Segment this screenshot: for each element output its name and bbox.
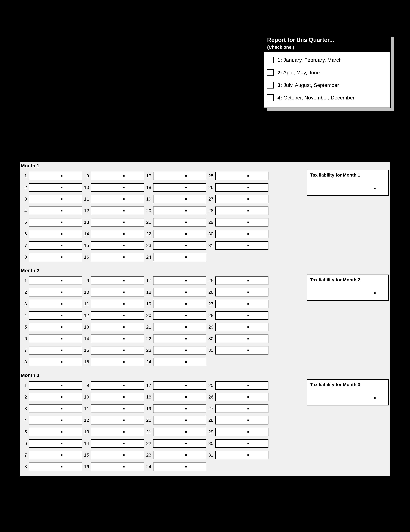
day-amount-input-m1-d29[interactable] xyxy=(215,218,268,227)
day-amount-input-m1-d6[interactable] xyxy=(29,230,82,238)
day-amount-input-m3-d18[interactable] xyxy=(153,393,206,401)
month-3-total-box[interactable]: Tax liability for Month 3 xyxy=(307,379,389,405)
day-amount-input-m1-d10[interactable] xyxy=(91,183,144,192)
day-amount-input-m3-d16[interactable] xyxy=(91,463,144,471)
day-amount-input-m1-d3[interactable] xyxy=(29,195,82,203)
quarter-checkbox-3[interactable] xyxy=(267,82,273,88)
day-amount-input-m2-d22[interactable] xyxy=(153,334,206,343)
day-amount-input-m2-d20[interactable] xyxy=(153,311,206,320)
day-amount-input-m3-d31[interactable] xyxy=(215,451,268,459)
day-amount-input-m3-d21[interactable] xyxy=(153,428,206,436)
day-amount-input-m3-d5[interactable] xyxy=(29,428,82,436)
day-amount-input-m1-d22[interactable] xyxy=(153,230,206,238)
quarter-checkbox-4[interactable] xyxy=(267,94,273,101)
quarter-option-1[interactable]: 1: January, February, March xyxy=(267,54,387,66)
day-amount-input-m3-d9[interactable] xyxy=(91,381,144,390)
day-amount-input-m3-d22[interactable] xyxy=(153,439,206,448)
day-amount-input-m3-d7[interactable] xyxy=(29,451,82,459)
day-amount-input-m3-d14[interactable] xyxy=(91,439,144,448)
day-amount-input-m2-d16[interactable] xyxy=(91,358,144,366)
day-amount-input-m3-d1[interactable] xyxy=(29,381,82,390)
day-amount-input-m2-d7[interactable] xyxy=(29,346,82,354)
day-amount-input-m3-d11[interactable] xyxy=(91,405,144,413)
quarter-checkbox-2[interactable] xyxy=(267,69,273,76)
day-amount-input-m2-d28[interactable] xyxy=(215,311,268,320)
day-amount-input-m1-d31[interactable] xyxy=(215,241,268,250)
day-amount-input-m2-d23[interactable] xyxy=(153,346,206,354)
day-amount-input-m2-d15[interactable] xyxy=(91,346,144,354)
day-amount-input-m1-d16[interactable] xyxy=(91,253,144,261)
day-amount-input-m1-d20[interactable] xyxy=(153,207,206,215)
day-amount-input-m1-d7[interactable] xyxy=(29,241,82,250)
quarter-checkbox-1[interactable] xyxy=(267,57,273,63)
day-amount-input-m1-d13[interactable] xyxy=(91,218,144,227)
day-amount-input-m2-d9[interactable] xyxy=(91,276,144,285)
day-amount-input-m3-d19[interactable] xyxy=(153,405,206,413)
day-amount-input-m2-d13[interactable] xyxy=(91,323,144,331)
day-amount-input-m3-d3[interactable] xyxy=(29,405,82,413)
month-1-total-box[interactable]: Tax liability for Month 1 xyxy=(307,170,389,196)
day-amount-input-m2-d10[interactable] xyxy=(91,288,144,296)
day-amount-input-m2-d18[interactable] xyxy=(153,288,206,296)
day-amount-input-m3-d26[interactable] xyxy=(215,393,268,401)
day-amount-input-m3-d25[interactable] xyxy=(215,381,268,390)
day-amount-input-m2-d11[interactable] xyxy=(91,300,144,308)
day-amount-input-m1-d17[interactable] xyxy=(153,172,206,180)
month-2-total-box[interactable]: Tax liability for Month 2 xyxy=(307,275,389,301)
day-amount-input-m1-d5[interactable] xyxy=(29,218,82,227)
day-amount-input-m2-d2[interactable] xyxy=(29,288,82,296)
day-amount-input-m3-d13[interactable] xyxy=(91,428,144,436)
day-amount-input-m3-d27[interactable] xyxy=(215,405,268,413)
day-amount-input-m1-d9[interactable] xyxy=(91,172,144,180)
day-amount-input-m1-d18[interactable] xyxy=(153,183,206,192)
day-amount-input-m1-d21[interactable] xyxy=(153,218,206,227)
day-amount-input-m3-d15[interactable] xyxy=(91,451,144,459)
day-amount-input-m1-d24[interactable] xyxy=(153,253,206,261)
quarter-option-4[interactable]: 4: October, November, December xyxy=(267,91,387,104)
day-amount-input-m2-d14[interactable] xyxy=(91,334,144,343)
day-amount-input-m2-d26[interactable] xyxy=(215,288,268,296)
day-amount-input-m2-d30[interactable] xyxy=(215,334,268,343)
day-amount-input-m2-d24[interactable] xyxy=(153,358,206,366)
day-amount-input-m2-d5[interactable] xyxy=(29,323,82,331)
day-amount-input-m2-d27[interactable] xyxy=(215,300,268,308)
day-amount-input-m1-d28[interactable] xyxy=(215,207,268,215)
day-amount-input-m2-d21[interactable] xyxy=(153,323,206,331)
day-amount-input-m1-d27[interactable] xyxy=(215,195,268,203)
day-amount-input-m3-d6[interactable] xyxy=(29,439,82,448)
day-amount-input-m3-d23[interactable] xyxy=(153,451,206,459)
day-amount-input-m2-d6[interactable] xyxy=(29,334,82,343)
quarter-option-2[interactable]: 2: April, May, June xyxy=(267,66,387,79)
day-amount-input-m2-d1[interactable] xyxy=(29,276,82,285)
day-amount-input-m3-d12[interactable] xyxy=(91,416,144,425)
day-amount-input-m3-d10[interactable] xyxy=(91,393,144,401)
day-amount-input-m2-d31[interactable] xyxy=(215,346,268,354)
day-amount-input-m2-d12[interactable] xyxy=(91,311,144,320)
day-amount-input-m3-d20[interactable] xyxy=(153,416,206,425)
day-amount-input-m3-d28[interactable] xyxy=(215,416,268,425)
day-amount-input-m1-d1[interactable] xyxy=(29,172,82,180)
day-amount-input-m1-d14[interactable] xyxy=(91,230,144,238)
day-amount-input-m1-d19[interactable] xyxy=(153,195,206,203)
day-amount-input-m1-d12[interactable] xyxy=(91,207,144,215)
day-amount-input-m3-d29[interactable] xyxy=(215,428,268,436)
quarter-option-3[interactable]: 3: July, August, September xyxy=(267,79,387,91)
day-amount-input-m3-d24[interactable] xyxy=(153,463,206,471)
day-amount-input-m1-d2[interactable] xyxy=(29,183,82,192)
day-amount-input-m3-d4[interactable] xyxy=(29,416,82,425)
day-amount-input-m1-d30[interactable] xyxy=(215,230,268,238)
day-amount-input-m1-d8[interactable] xyxy=(29,253,82,261)
day-amount-input-m1-d23[interactable] xyxy=(153,241,206,250)
day-amount-input-m3-d2[interactable] xyxy=(29,393,82,401)
day-amount-input-m1-d25[interactable] xyxy=(215,172,268,180)
day-amount-input-m2-d17[interactable] xyxy=(153,276,206,285)
day-amount-input-m2-d8[interactable] xyxy=(29,358,82,366)
day-amount-input-m3-d8[interactable] xyxy=(29,463,82,471)
day-amount-input-m1-d26[interactable] xyxy=(215,183,268,192)
day-amount-input-m1-d11[interactable] xyxy=(91,195,144,203)
day-amount-input-m1-d15[interactable] xyxy=(91,241,144,250)
day-amount-input-m2-d3[interactable] xyxy=(29,300,82,308)
day-amount-input-m2-d19[interactable] xyxy=(153,300,206,308)
day-amount-input-m3-d30[interactable] xyxy=(215,439,268,448)
day-amount-input-m1-d4[interactable] xyxy=(29,207,82,215)
